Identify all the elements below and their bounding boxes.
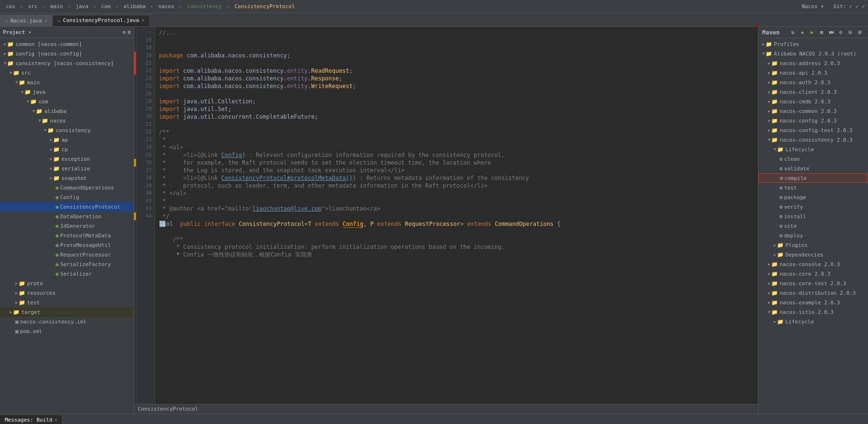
sidebar-item-nacos[interactable]: ▼ 📁 nacos [0,116,134,125]
gear-icon: ⚙ [779,213,783,220]
maven-item-dependencies[interactable]: ▶ 📁 Dependencies [758,250,868,259]
sidebar-item-config-file[interactable]: ● Config [0,192,134,202]
sidebar-item-consistency-root[interactable]: ▼ 📁 consistency [nacos-consistency] [0,58,134,68]
sidebar-item-serialize-factory[interactable]: ● SerializeFactory [0,259,134,269]
maven-item-test[interactable]: ⚙ test [758,183,868,192]
maven-item-nacos-root[interactable]: ▼ 📁 Alibaba NACOS 2.0.3 (root) [758,49,868,58]
sidebar-item-proto[interactable]: ▶ 📁 proto [0,279,134,288]
sidebar-item-proto-message-util[interactable]: ● ProtoMessageUtil [0,240,134,250]
sidebar-item-cp[interactable]: ▶ 📁 cp [0,145,134,154]
sidebar-item-java[interactable]: ▼ 📁 java [0,87,134,97]
maven-item-nacos-config-test[interactable]: ▶ 📁 nacos-config-test 2.0.3 [758,125,868,135]
sidebar-item-consistency-protocol-file[interactable]: ● ConsistencyProtocol [0,202,134,212]
maven-item-nacos-config[interactable]: ▶ 📁 nacos-config 2.0.3 [758,116,868,125]
maven-item-nacos-core-test[interactable]: ▶ 📁 nacos-core-test 2.0.3 [758,279,868,288]
sidebar-item-consistency-pkg[interactable]: ▼ 📁 consistency [0,125,134,135]
breadcrumb-label: ConsistencyProtocol [138,406,198,412]
sidebar-item-target[interactable]: ▶ 📁 target [0,307,134,317]
sidebar-item-request-processor[interactable]: ● RequestProcessor [0,250,134,259]
maven-settings-icon[interactable]: ⚙ [836,28,845,37]
sidebar-item-config[interactable]: ▶ 📁 config [nacos-config] [0,49,134,58]
sidebar-item-label: ConsistencyProtocol [60,204,121,210]
maven-item-validate[interactable]: ⚙ validate [758,164,868,173]
folder-icon: 📁 [771,261,778,268]
tab-close-icon[interactable]: × [54,417,57,423]
maven-item-nacos-example[interactable]: ▶ 📁 nacos-example 2.0.3 [758,298,868,307]
maven-item-install[interactable]: ⚙ install [758,212,868,221]
tab-consistency-protocol-close[interactable]: × [141,18,144,23]
sidebar-item-test[interactable]: ▶ 📁 test [0,298,134,307]
sidebar-item-protocol-meta-data[interactable]: ● ProtocolMetaData [0,231,134,240]
maven-item-profiles[interactable]: ▶ 📁 Profiles [758,39,868,49]
sidebar-item-src[interactable]: ▼ 📁 src [0,68,134,78]
sidebar-item-resources[interactable]: ▶ 📁 resources [0,288,134,298]
sidebar-item-label: proto [27,280,43,287]
maven-item-deploy[interactable]: ⚙ deploy [758,231,868,240]
toolbar-nacos[interactable]: nacos [156,2,177,11]
maven-skip-icon[interactable]: ⏭ [827,28,835,37]
sidebar-item-label: IdGenerator [60,223,95,229]
maven-collapse-icon[interactable]: ⊟ [846,28,855,37]
sidebar-item-serialize[interactable]: ▶ 📁 serialize [0,164,134,173]
maven-item-nacos-client[interactable]: ▶ 📁 nacos-client 2.0.3 [758,87,868,97]
sidebar-item-main[interactable]: ▼ 📁 main [0,78,134,87]
toolbar-consistency[interactable]: consistency [184,2,225,11]
toolbar-src[interactable]: src [25,2,41,11]
maven-item-nacos-core[interactable]: ▶ 📁 nacos-core 2.0.3 [758,269,868,279]
xml-icon: ■ [15,328,19,335]
maven-item-nacos-api[interactable]: ▶ 📁 nacos-api 2.0.3 [758,68,868,78]
maven-add-icon[interactable]: + [798,28,807,37]
maven-item-nacos-console[interactable]: ▶ 📁 nacos-console 2.0.3 [758,259,868,269]
toolbar-main[interactable]: main [47,2,66,11]
sidebar-collapse-icon[interactable]: ≡ [127,29,131,35]
maven-refresh-icon[interactable]: ↻ [789,28,797,37]
maven-item-package[interactable]: ⚙ package [758,192,868,202]
maven-item-nacos-address[interactable]: ▶ 📁 nacos-address 2.0.3 [758,58,868,68]
sidebar-item-serializer[interactable]: ● Serializer [0,269,134,279]
sidebar-item-pom[interactable]: ■ pom.xml [0,326,134,336]
maven-item-nacos-auth[interactable]: ▶ 📁 nacos-auth 2.0.3 [758,78,868,87]
tab-nacos-java[interactable]: ☕ Nacos.java × [0,15,53,26]
maven-header: Maven ↻ + ▶ m ⏭ ⚙ ⊟ ⊞ [758,27,868,38]
maven-item-nacos-common[interactable]: ▶ 📁 nacos-common 2.0.3 [758,106,868,116]
sidebar-item-iml[interactable]: ■ nacos-consistency.iml [0,317,134,326]
maven-item-plugins[interactable]: ▶ 📁 Plugins [758,240,868,250]
maven-item-nacos-istio[interactable]: ▼ 📁 nacos-istio 2.0.3 [758,307,868,317]
tab-consistency-protocol[interactable]: ☕ ConsistencyProtocol.java × [53,15,150,26]
toolbar-cos[interactable]: cos [3,2,18,11]
maven-item-verify[interactable]: ⚙ verify [758,202,868,212]
tab-messages-build[interactable]: Messages: Build × [0,415,63,424]
maven-run-icon[interactable]: ▶ [808,28,816,37]
toolbar-java[interactable]: java [73,2,91,11]
sidebar-item-label: com [38,99,48,105]
maven-item-nacos-cmdb[interactable]: ▶ 📁 nacos-cmdb 2.0.3 [758,97,868,106]
sidebar-item-snapshot[interactable]: ▶ 📁 snapshot [0,173,134,183]
sidebar-item-command-operations[interactable]: ● CommandOperations [0,183,134,192]
nacos-dropdown[interactable]: Nacos ▾ [799,2,826,11]
toolbar-consistency-protocol[interactable]: ConsistencyProtocol [232,2,298,11]
maven-expand-icon[interactable]: ⊞ [856,28,864,37]
folder-icon: 📁 [771,108,778,114]
sidebar-item-common[interactable]: ▶ 📁 common [nacos-common] [0,39,134,49]
sidebar-item-exception[interactable]: ▶ 📁 exception [0,154,134,164]
sidebar-settings-icon[interactable]: ⚙ [123,29,126,35]
maven-item-clean[interactable]: ⚙ clean [758,154,868,164]
toolbar-com[interactable]: com [98,2,113,11]
code-line: /** [159,128,754,136]
tab-nacos-java-close[interactable]: × [45,18,47,23]
maven-item-nacos-consistency[interactable]: ▼ 📁 nacos-consistency 2.0.3 [758,135,868,145]
toolbar-alibaba[interactable]: alibaba [121,2,148,11]
sidebar-item-data-operation[interactable]: ● DataOperation [0,212,134,221]
maven-item-site[interactable]: ⚙ site [758,221,868,231]
sidebar-item-alibaba[interactable]: ▼ 📁 alibaba [0,106,134,116]
sidebar-item-id-generator[interactable]: ● IdGenerator [0,221,134,231]
maven-item-compile[interactable]: ⚙ compile [758,173,868,183]
maven-item-lifecycle[interactable]: ▼ 📁 Lifecycle [758,145,868,154]
sidebar-item-com[interactable]: ▼ 📁 com [0,97,134,106]
maven-item-label: nacos-example 2.0.3 [779,300,840,306]
maven-m-icon[interactable]: m [817,28,826,37]
sidebar-item-ap[interactable]: ▶ 📁 ap [0,135,134,145]
maven-item-istio-lifecycle[interactable]: ▶ 📁 Lifecycle [758,317,868,326]
code-content[interactable]: //... package com.alibaba.nacos.consiste… [155,27,758,404]
maven-item-nacos-distribution[interactable]: ▶ 📁 nacos-distribution 2.0.3 [758,288,868,298]
